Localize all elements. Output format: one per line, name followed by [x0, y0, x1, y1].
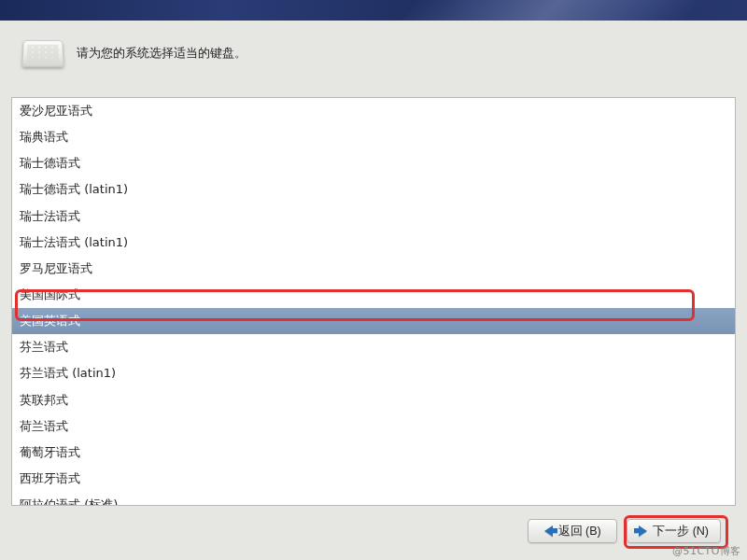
list-item[interactable]: 美国英语式 [12, 308, 735, 334]
list-item[interactable]: 西班牙语式 [12, 466, 735, 492]
list-item[interactable]: 瑞士德语式 [12, 150, 735, 176]
list-item[interactable]: 爱沙尼亚语式 [12, 98, 735, 124]
keyboard-list-frame: 爱沙尼亚语式瑞典语式瑞士德语式瑞士德语式 (latin1)瑞士法语式瑞士法语式 … [11, 97, 736, 506]
arrow-right-icon [639, 525, 647, 537]
next-label: 下一步 (N) [653, 524, 709, 539]
list-item[interactable]: 芬兰语式 (latin1) [12, 360, 735, 386]
header-prompt: 请为您的系统选择适当的键盘。 [77, 45, 247, 62]
list-item[interactable]: 瑞士法语式 (latin1) [12, 230, 735, 256]
back-button[interactable]: 返回 (B) [528, 519, 617, 543]
list-item[interactable]: 阿拉伯语式 (标准) [12, 492, 735, 505]
list-item[interactable]: 美国国际式 [12, 282, 735, 308]
list-item[interactable]: 英联邦式 [12, 387, 735, 413]
arrow-left-icon [544, 525, 553, 537]
back-label: 返回 (B) [558, 524, 601, 539]
list-item[interactable]: 瑞士法语式 [12, 203, 735, 230]
header: 请为您的系统选择适当的键盘。 [0, 21, 747, 77]
footer-buttons: 返回 (B) 下一步 (N) [0, 506, 747, 560]
keyboard-icon [21, 40, 64, 67]
keyboard-list[interactable]: 爱沙尼亚语式瑞典语式瑞士德语式瑞士德语式 (latin1)瑞士法语式瑞士法语式 … [12, 98, 735, 505]
installer-topbar [0, 0, 747, 21]
list-item[interactable]: 芬兰语式 [12, 334, 735, 360]
list-item[interactable]: 葡萄牙语式 [12, 440, 735, 466]
next-button[interactable]: 下一步 (N) [627, 519, 721, 543]
list-item[interactable]: 瑞典语式 [12, 124, 735, 150]
list-item[interactable]: 瑞士德语式 (latin1) [12, 176, 735, 203]
list-item[interactable]: 罗马尼亚语式 [12, 256, 735, 282]
list-item[interactable]: 荷兰语式 [12, 413, 735, 440]
